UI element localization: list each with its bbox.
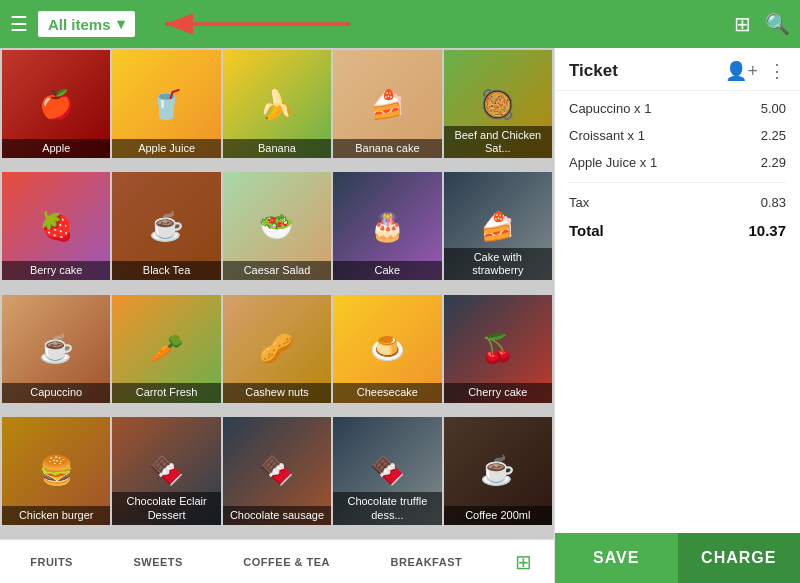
ticket-tax-row: Tax 0.83 [569,195,786,210]
product-label-banana-cake: Banana cake [333,139,441,158]
product-label-cake-strawberry: Cake with strawberry [444,248,552,280]
dropdown-label: All items [48,16,111,33]
product-item-berry-cake[interactable]: 🍓Berry cake [2,172,110,280]
product-panel: 🍎Apple🥤Apple Juice🍌Banana🍰Banana cake🥘Be… [0,48,554,583]
search-icon[interactable]: 🔍 [765,12,790,36]
product-item-cherry-cake[interactable]: 🍒Cherry cake [444,295,552,403]
product-item-chocolate-eclair[interactable]: 🍫Chocolate Eclair Dessert [112,417,220,525]
ticket-tax-label: Tax [569,195,761,210]
ticket-item-price-2: 2.29 [746,155,786,170]
ticket-actions: SAVE CHARGE [555,533,800,583]
category-breakfast[interactable]: BREAKFAST [383,552,471,572]
product-label-cherry-cake: Cherry cake [444,383,552,402]
save-button[interactable]: SAVE [555,533,678,583]
ticket-divider [569,182,786,183]
product-item-carrot-fresh[interactable]: 🥕Carrot Fresh [112,295,220,403]
barcode-icon[interactable]: ⊞ [734,12,751,36]
product-label-coffee: Coffee 200ml [444,506,552,525]
product-item-cheesecake[interactable]: 🍮Cheesecake [333,295,441,403]
product-label-black-tea: Black Tea [112,261,220,280]
ticket-item-name-1: Croissant x 1 [569,128,746,143]
product-label-berry-cake: Berry cake [2,261,110,280]
product-grid: 🍎Apple🥤Apple Juice🍌Banana🍰Banana cake🥘Be… [0,48,554,539]
product-item-chocolate-truffle[interactable]: 🍫Chocolate truffle dess... [333,417,441,525]
ticket-total-label: Total [569,222,748,239]
product-label-capuccino: Capuccino [2,383,110,402]
product-item-capuccino[interactable]: ☕Capuccino [2,295,110,403]
ticket-total-row: Total 10.37 [569,222,786,239]
ticket-header-icons: 👤+ ⋮ [725,60,786,82]
product-label-apple: Apple [2,139,110,158]
product-item-banana-cake[interactable]: 🍰Banana cake [333,50,441,158]
charge-button[interactable]: CHARGE [678,533,801,583]
product-item-coffee[interactable]: ☕Coffee 200ml [444,417,552,525]
product-item-cake[interactable]: 🎂Cake [333,172,441,280]
product-label-cheesecake: Cheesecake [333,383,441,402]
add-person-icon[interactable]: 👤+ [725,60,758,82]
ticket-item-price-1: 2.25 [746,128,786,143]
category-fruits[interactable]: FRUITS [22,552,81,572]
product-item-banana[interactable]: 🍌Banana [223,50,331,158]
product-item-black-tea[interactable]: ☕Black Tea [112,172,220,280]
product-label-carrot-fresh: Carrot Fresh [112,383,220,402]
product-item-cake-strawberry[interactable]: 🍰Cake with strawberry [444,172,552,280]
product-item-beef-chicken[interactable]: 🥘Beef and Chicken Sat... [444,50,552,158]
app-header: ☰ All items ▾ ⊞ 🔍 [0,0,800,48]
ticket-title: Ticket [569,61,725,81]
arrow-annotation [155,5,355,43]
category-coffee-tea[interactable]: COFFEE & TEA [235,552,338,572]
ticket-items: Capuccino x 15.00Croissant x 12.25Apple … [555,91,800,533]
grid-view-icon[interactable]: ⊞ [515,550,532,574]
product-item-chocolate-sausage[interactable]: 🍫Chocolate sausage [223,417,331,525]
product-label-chocolate-eclair: Chocolate Eclair Dessert [112,492,220,524]
ticket-tax-value: 0.83 [761,195,786,210]
menu-icon[interactable]: ☰ [10,12,28,36]
ticket-row-1[interactable]: Croissant x 12.25 [569,128,786,143]
product-label-cashew-nuts: Cashew nuts [223,383,331,402]
product-item-chicken-burger[interactable]: 🍔Chicken burger [2,417,110,525]
product-label-chocolate-truffle: Chocolate truffle dess... [333,492,441,524]
ticket-row-0[interactable]: Capuccino x 15.00 [569,101,786,116]
ticket-item-name-2: Apple Juice x 1 [569,155,746,170]
ticket-item-price-0: 5.00 [746,101,786,116]
product-item-apple[interactable]: 🍎Apple [2,50,110,158]
product-label-caesar-salad: Caesar Salad [223,261,331,280]
product-label-beef-chicken: Beef and Chicken Sat... [444,126,552,158]
category-sweets[interactable]: SWEETS [125,552,190,572]
product-label-chocolate-sausage: Chocolate sausage [223,506,331,525]
ticket-item-name-0: Capuccino x 1 [569,101,746,116]
header-icon-group: ⊞ 🔍 [734,12,790,36]
ticket-row-2[interactable]: Apple Juice x 12.29 [569,155,786,170]
ticket-header: Ticket 👤+ ⋮ [555,48,800,91]
ticket-total-value: 10.37 [748,222,786,239]
category-dropdown[interactable]: All items ▾ [36,9,137,39]
main-content: 🍎Apple🥤Apple Juice🍌Banana🍰Banana cake🥘Be… [0,48,800,583]
chevron-down-icon: ▾ [117,15,125,33]
more-options-icon[interactable]: ⋮ [768,60,786,82]
product-label-chicken-burger: Chicken burger [2,506,110,525]
product-item-caesar-salad[interactable]: 🥗Caesar Salad [223,172,331,280]
product-label-cake: Cake [333,261,441,280]
product-label-banana: Banana [223,139,331,158]
product-label-apple-juice: Apple Juice [112,139,220,158]
product-item-cashew-nuts[interactable]: 🥜Cashew nuts [223,295,331,403]
category-bar: FRUITS SWEETS COFFEE & TEA BREAKFAST ⊞ [0,539,554,583]
ticket-panel: Ticket 👤+ ⋮ Capuccino x 15.00Croissant x… [554,48,800,583]
product-item-apple-juice[interactable]: 🥤Apple Juice [112,50,220,158]
